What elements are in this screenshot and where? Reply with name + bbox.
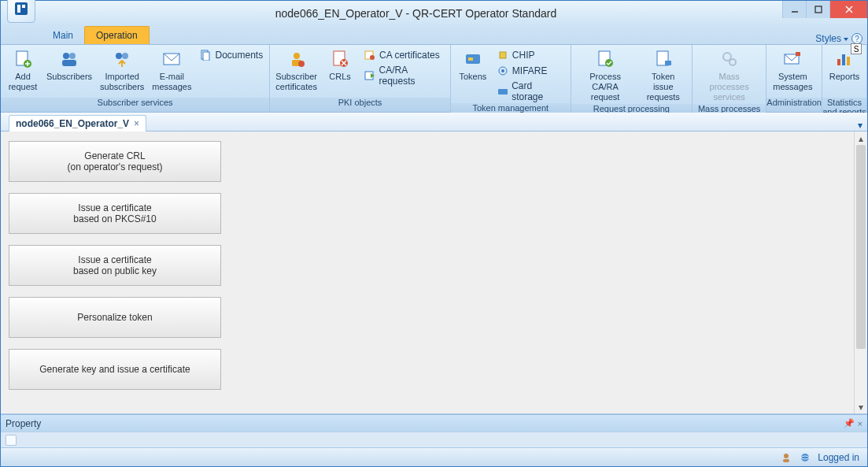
caret-down-icon (844, 38, 848, 41)
help-button[interactable]: ? (851, 33, 862, 44)
login-status: Logged in (818, 452, 859, 463)
mass-processes-services-button[interactable]: Mass processes services (696, 46, 763, 104)
close-button[interactable] (829, 1, 867, 18)
svg-point-11 (63, 53, 69, 59)
svg-rect-45 (842, 54, 845, 65)
tab-main[interactable]: Main (42, 27, 84, 44)
svg-rect-18 (203, 52, 209, 61)
cara-request-icon (364, 69, 375, 82)
documents-icon (199, 49, 212, 61)
property-close-button[interactable]: × (858, 419, 862, 428)
token-icon (462, 48, 484, 70)
mifare-icon (497, 65, 509, 77)
crls-button[interactable]: CRLs (321, 46, 359, 83)
users-import-icon (111, 48, 133, 70)
document-tab-close[interactable]: × (134, 118, 139, 129)
accelerator-key-hint: S (851, 43, 862, 54)
mifare-button[interactable]: MIFARE (493, 64, 567, 78)
svg-point-27 (370, 55, 375, 60)
vertical-scrollbar[interactable]: ▴ ▾ (854, 132, 867, 413)
cara-requests-button[interactable]: CA/RA requests (360, 64, 447, 87)
svg-point-15 (122, 53, 128, 59)
scroll-down-arrow[interactable]: ▾ (855, 400, 867, 413)
document-tab[interactable]: node066_EN_Operator_V × (9, 115, 146, 132)
svg-rect-4 (815, 6, 822, 13)
add-request-button[interactable]: Add request (4, 46, 42, 94)
svg-rect-44 (837, 59, 840, 65)
document-add-icon (12, 48, 34, 70)
issue-cert-pkcs10-button[interactable]: Issue a certificate based on PKCS#10 (9, 193, 221, 234)
ribbon: Add request Subscribers Imported subscri… (1, 45, 867, 113)
subscriber-certificates-button[interactable]: Subscriber certificates (273, 46, 319, 94)
group-pki-objects: PKI objects (270, 98, 450, 112)
ca-cert-icon (364, 49, 376, 61)
chip-button[interactable]: CHIP (493, 48, 567, 62)
chip-icon (497, 49, 509, 61)
scroll-up-arrow[interactable]: ▴ (855, 132, 867, 145)
titlebar: node066_EN_Operator_V - QR-CERT Operator… (1, 1, 867, 26)
property-pin-button[interactable]: 📌 (844, 418, 855, 428)
property-placeholder-icon (6, 435, 17, 446)
system-messages-button[interactable]: System messages (770, 46, 815, 94)
property-panel-body (1, 432, 867, 447)
users-icon (58, 48, 80, 70)
issue-cert-pubkey-button[interactable]: Issue a certificate based on public key (9, 245, 221, 286)
svg-point-19 (294, 53, 300, 59)
envelope-flag-icon (781, 48, 803, 70)
group-statistics: Statistics and reports (822, 98, 866, 112)
generate-crl-button[interactable]: Generate CRL (on operator's request) (9, 141, 221, 182)
svg-rect-0 (15, 2, 28, 15)
svg-point-34 (501, 69, 504, 72)
subscribers-button[interactable]: Subscribers (43, 46, 95, 83)
svg-rect-13 (62, 60, 76, 66)
status-bar: Logged in (1, 447, 867, 466)
document-tab-label: node066_EN_Operator_V (16, 118, 129, 129)
svg-rect-35 (498, 89, 508, 95)
svg-point-21 (298, 61, 305, 67)
svg-rect-46 (847, 57, 850, 65)
personalize-token-button[interactable]: Personalize token (9, 297, 221, 338)
svg-rect-39 (665, 61, 671, 65)
connection-status-icon (799, 451, 811, 464)
maximize-button[interactable] (806, 1, 829, 18)
certificate-user-icon (286, 48, 308, 70)
minimize-button[interactable] (782, 1, 806, 18)
card-storage-button[interactable]: Card storage (493, 80, 567, 103)
svg-rect-43 (796, 52, 800, 56)
ca-certificates-button[interactable]: CA certificates (360, 48, 447, 62)
svg-point-47 (784, 454, 789, 458)
generate-key-issue-cert-button[interactable]: Generate key and issue a certificate (9, 349, 221, 390)
window-title: node066_EN_Operator_V - QR-CERT Operator… (50, 7, 782, 20)
gears-icon (718, 48, 741, 70)
group-subscriber-services: Subscriber services (1, 98, 269, 112)
svg-rect-2 (22, 5, 25, 8)
tab-operation[interactable]: Operation (84, 26, 150, 44)
imported-subscribers-button[interactable]: Imported subscribers (97, 46, 147, 94)
user-status-icon (780, 451, 792, 464)
operation-panel: Generate CRL (on operator's request) Iss… (1, 132, 854, 413)
property-title: Property (6, 418, 41, 429)
scroll-thumb[interactable] (856, 145, 866, 349)
tab-list-dropdown[interactable]: ▾ (858, 120, 862, 131)
email-messages-button[interactable]: E-mail messages (149, 46, 194, 94)
app-window: node066_EN_Operator_V - QR-CERT Operator… (0, 0, 868, 467)
svg-rect-32 (500, 52, 506, 58)
tokens-button[interactable]: Tokens (454, 46, 492, 83)
envelope-icon (161, 48, 183, 70)
group-administration: Administration (766, 98, 822, 112)
svg-rect-48 (783, 459, 789, 462)
app-logo-icon (13, 1, 29, 17)
svg-rect-31 (468, 57, 473, 61)
document-tab-strip: node066_EN_Operator_V × ▾ (1, 113, 867, 132)
svg-point-14 (116, 53, 122, 59)
styles-dropdown[interactable]: Styles (815, 33, 848, 44)
process-cara-button[interactable]: Process CA/RA request (574, 46, 637, 104)
documents-button[interactable]: Documents (196, 48, 266, 62)
svg-point-41 (729, 59, 736, 65)
group-token-management: Token management (451, 103, 571, 113)
svg-point-49 (801, 454, 809, 461)
token-issue-requests-button[interactable]: Token issue requests (637, 46, 689, 104)
token-issue-icon (652, 48, 674, 70)
app-menu-button[interactable] (7, 0, 35, 23)
property-panel-header: Property 📌 × (1, 414, 867, 432)
